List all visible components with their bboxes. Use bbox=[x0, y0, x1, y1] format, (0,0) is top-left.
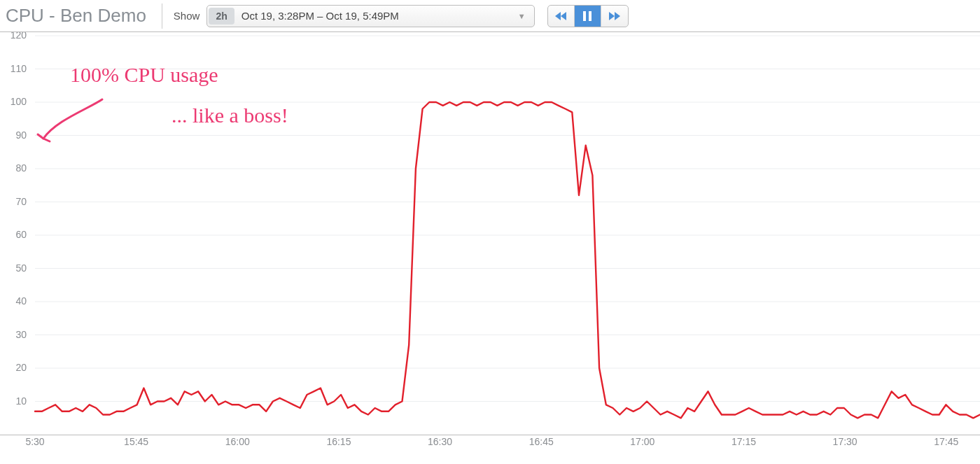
svg-text:16:00: 16:00 bbox=[225, 436, 250, 447]
svg-text:90: 90 bbox=[15, 129, 27, 141]
chevron-down-icon: ▼ bbox=[511, 12, 533, 20]
svg-text:120: 120 bbox=[10, 32, 27, 41]
svg-text:80: 80 bbox=[15, 162, 27, 174]
svg-text:5:30: 5:30 bbox=[25, 436, 44, 447]
svg-text:100: 100 bbox=[10, 96, 27, 107]
time-window-badge: 2h bbox=[209, 8, 234, 24]
pause-icon bbox=[583, 11, 592, 21]
svg-rect-3 bbox=[589, 11, 592, 21]
svg-text:110: 110 bbox=[10, 63, 27, 74]
svg-text:16:45: 16:45 bbox=[529, 436, 554, 447]
svg-text:15:45: 15:45 bbox=[124, 436, 148, 447]
svg-text:30: 30 bbox=[15, 329, 27, 340]
forward-icon bbox=[609, 12, 620, 20]
svg-marker-1 bbox=[561, 12, 566, 20]
svg-rect-2 bbox=[583, 11, 586, 21]
show-label: Show bbox=[174, 10, 200, 22]
svg-marker-0 bbox=[555, 12, 561, 20]
time-range-dropdown[interactable]: 2h Oct 19, 3:28PM – Oct 19, 5:49PM ▼ bbox=[206, 5, 534, 27]
svg-text:60: 60 bbox=[15, 229, 27, 240]
rewind-button[interactable] bbox=[548, 6, 575, 27]
svg-text:40: 40 bbox=[15, 295, 27, 307]
svg-text:10: 10 bbox=[15, 395, 27, 407]
svg-text:50: 50 bbox=[15, 262, 27, 274]
svg-marker-4 bbox=[609, 12, 615, 20]
svg-text:17:00: 17:00 bbox=[630, 436, 654, 447]
cpu-line-chart[interactable]: 1020304050607080901001101205:3015:4516:0… bbox=[0, 32, 980, 464]
svg-marker-5 bbox=[615, 12, 620, 20]
chart-area: 1020304050607080901001101205:3015:4516:0… bbox=[0, 32, 980, 464]
svg-text:20: 20 bbox=[15, 362, 27, 373]
header-bar: CPU - Ben Demo Show 2h Oct 19, 3:28PM – … bbox=[0, 0, 980, 32]
pause-button[interactable] bbox=[575, 6, 601, 27]
svg-text:70: 70 bbox=[15, 196, 27, 207]
divider bbox=[162, 3, 162, 29]
svg-text:16:30: 16:30 bbox=[428, 436, 452, 447]
svg-text:17:45: 17:45 bbox=[934, 436, 958, 447]
forward-button[interactable] bbox=[601, 6, 628, 27]
svg-text:17:15: 17:15 bbox=[732, 436, 756, 447]
svg-text:17:30: 17:30 bbox=[833, 436, 858, 447]
rewind-icon bbox=[555, 12, 566, 20]
page-title: CPU - Ben Demo bbox=[6, 5, 146, 27]
svg-text:16:15: 16:15 bbox=[326, 436, 351, 447]
time-range-text: Oct 19, 3:28PM – Oct 19, 5:49PM bbox=[241, 10, 511, 22]
playback-controls bbox=[547, 5, 629, 27]
